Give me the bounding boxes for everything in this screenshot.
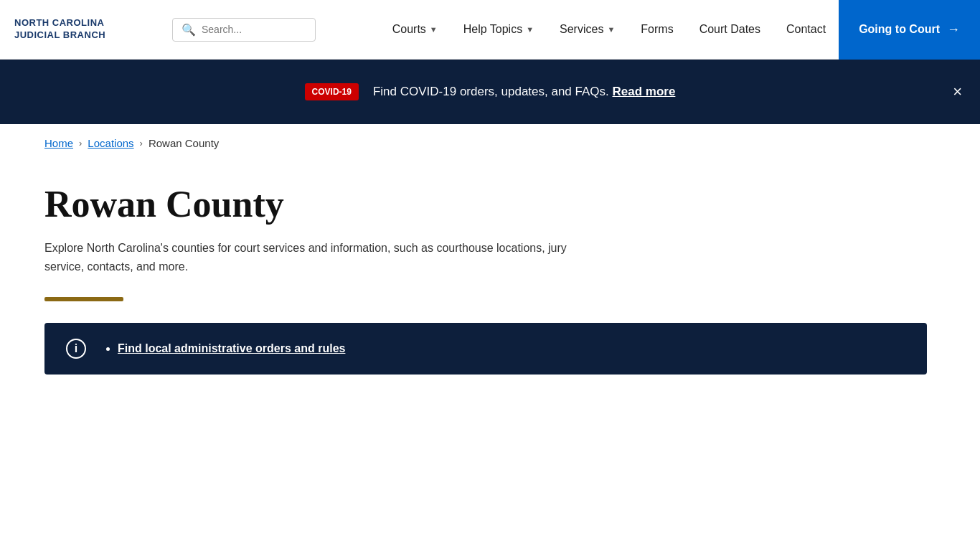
nav-item-contact[interactable]: Contact [773, 0, 839, 59]
search-icon: 🔍 [182, 23, 196, 37]
breadcrumb-separator-2: › [140, 138, 143, 149]
nav-item-courts[interactable]: Courts ▼ [380, 0, 451, 59]
covid-read-more-link[interactable]: Read more [613, 85, 676, 98]
breadcrumb-locations[interactable]: Locations [88, 137, 133, 149]
breadcrumb-current: Rowan County [149, 137, 219, 149]
going-to-court-button[interactable]: Going to Court → [839, 0, 980, 60]
site-header: NORTH CAROLINA JUDICIAL BRANCH 🔍 Courts … [0, 0, 980, 60]
nav-item-forms[interactable]: Forms [628, 0, 686, 59]
nav-item-court-dates[interactable]: Court Dates [687, 0, 773, 59]
page-title: Rowan County [44, 184, 936, 225]
going-to-court-label: Going to Court [859, 23, 940, 36]
covid-banner: COVID-19 Find COVID-19 orders, updates, … [0, 60, 980, 124]
breadcrumb: Home › Locations › Rowan County [0, 124, 980, 162]
search-bar[interactable]: 🔍 [172, 18, 316, 42]
info-box: i Find local administrative orders and r… [44, 323, 927, 375]
nav-item-help-topics[interactable]: Help Topics ▼ [451, 0, 547, 59]
search-input[interactable] [202, 24, 306, 35]
chevron-down-icon: ▼ [526, 25, 534, 34]
close-banner-button[interactable]: × [953, 84, 962, 100]
logo-text: NORTH CAROLINA JUDICIAL BRANCH [14, 17, 105, 42]
breadcrumb-separator: › [79, 138, 82, 149]
admin-orders-link[interactable]: Find local administrative orders and rul… [118, 342, 345, 354]
main-content: Rowan County Explore North Carolina's co… [0, 162, 980, 403]
chevron-down-icon: ▼ [607, 25, 615, 34]
main-nav: Courts ▼ Help Topics ▼ Services ▼ Forms … [380, 0, 839, 59]
covid-message: Find COVID-19 orders, updates, and FAQs.… [373, 85, 675, 99]
nav-item-services[interactable]: Services ▼ [547, 0, 628, 59]
info-box-content: Find local administrative orders and rul… [103, 342, 345, 355]
logo[interactable]: NORTH CAROLINA JUDICIAL BRANCH [14, 17, 158, 42]
info-icon: i [66, 339, 86, 359]
covid-badge: COVID-19 [305, 83, 359, 100]
accent-divider [44, 297, 123, 301]
chevron-down-icon: ▼ [430, 25, 438, 34]
breadcrumb-home[interactable]: Home [44, 137, 73, 149]
arrow-right-icon: → [947, 22, 960, 37]
page-description: Explore North Carolina's counties for co… [44, 239, 604, 276]
